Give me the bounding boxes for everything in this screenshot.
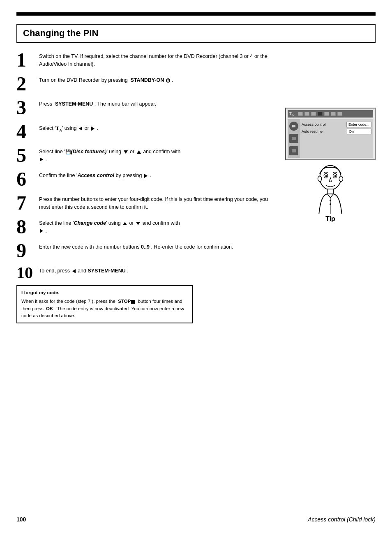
page-number: 100: [16, 516, 26, 523]
step-text-7: Press the number buttons to enter your f…: [39, 193, 277, 213]
svg-point-5: [318, 176, 322, 182]
screen-icon-6: [331, 112, 336, 116]
tip-title: I forgot my code.: [21, 289, 188, 296]
screen-value-2: On: [347, 129, 371, 134]
right-panel: TA: [285, 50, 376, 323]
tip-box: I forgot my code. When it asks for the c…: [16, 285, 193, 323]
step-text-3: Press SYSTEM-MENU . The menu bar will ap…: [39, 98, 277, 118]
step-text-5: Select line '💾(Disc features)' using or …: [39, 145, 277, 165]
arrow-down-icon2: [136, 222, 140, 225]
screen-row-1: Access control Enter code...: [302, 122, 371, 127]
screen-value-1: Enter code...: [346, 122, 371, 127]
tip-label: Tip: [325, 215, 335, 223]
step-num-2: 2: [16, 74, 39, 94]
step-8: 8 Select the line 'Change code' using or…: [16, 217, 277, 237]
arrow-left-icon2: [72, 269, 76, 273]
svg-point-10: [330, 203, 331, 205]
screen-body: Access control Enter code... Auto resume…: [288, 119, 373, 158]
arrow-down-icon: [124, 150, 128, 154]
screen-icon-7: [337, 112, 342, 116]
step-5: 5 Select line '💾(Disc features)' using o…: [16, 145, 277, 165]
arrow-up-icon: [137, 150, 141, 154]
bottom-bar: 100 Access control (Child lock): [16, 516, 376, 523]
standby-icon: [166, 78, 170, 83]
arrow-right-icon: [91, 127, 95, 131]
step-6: 6 Confirm the line 'Access control by pr…: [16, 169, 277, 189]
step-text-10: To end, press and SYSTEM-MENU .: [39, 265, 277, 281]
step-text-4: Select 'TA' using or .: [39, 122, 277, 141]
svg-point-3: [325, 175, 327, 177]
svg-point-4: [334, 175, 337, 177]
screen-label-2: Auto resume: [302, 129, 323, 134]
page-title: Changing the PIN: [23, 28, 369, 39]
tip-figure: Tip: [285, 164, 376, 223]
screen-label-1: Access control: [302, 122, 326, 127]
step-num-9: 9: [16, 241, 39, 261]
stop-icon: [131, 300, 135, 304]
screen-top-bar: TA: [288, 110, 373, 118]
step-text-1: Switch on the TV. If required, select th…: [39, 50, 277, 70]
step-4: 4 Select 'TA' using or .: [16, 122, 277, 141]
screen-left-icons: [288, 119, 300, 158]
screen-icon-1: [298, 112, 303, 116]
step-num-6: 6: [16, 169, 39, 189]
step-text-2: Turn on the DVD Recorder by pressing STA…: [39, 74, 277, 94]
arrow-right-icon2: [40, 157, 43, 161]
screen-icon-2: [304, 112, 309, 116]
step-num-4: 4: [16, 122, 39, 141]
step-num-3: 3: [16, 98, 39, 118]
svg-point-9: [330, 200, 331, 201]
screen-btn-1: [289, 122, 298, 131]
step-num-8: 8: [16, 217, 39, 237]
step-2: 2 Turn on the DVD Recorder by pressing S…: [16, 74, 277, 94]
screen-icon-4: [318, 112, 323, 116]
step-text-9: Enter the new code with the number butto…: [39, 241, 277, 261]
arrow-right-icon3: [144, 174, 148, 178]
cartoon-svg: [310, 164, 351, 214]
step-num-1: 1: [16, 50, 39, 70]
step-text-6: Confirm the line 'Access control by pres…: [39, 169, 277, 189]
arrow-left-icon: [79, 127, 82, 131]
arrow-right-icon4: [40, 229, 43, 233]
screen-btn-3: [289, 146, 298, 155]
bottom-right-text: Access control (Child lock): [308, 516, 376, 523]
step-text-8: Select the line 'Change code' using or a…: [39, 217, 277, 237]
step-1: 1 Switch on the TV. If required, select …: [16, 50, 277, 70]
step-num-7: 7: [16, 193, 39, 213]
arrow-up-icon2: [123, 222, 127, 225]
svg-point-6: [339, 176, 343, 182]
steps-area: 1 Switch on the TV. If required, select …: [16, 50, 277, 323]
screen-icon-3: [311, 112, 316, 116]
step-num-10: 10: [16, 265, 39, 281]
screen-btn-2: [289, 134, 298, 143]
screen-ta-label: TA: [289, 111, 294, 117]
screen-diagram: TA: [285, 108, 376, 160]
step-num-5: 5: [16, 145, 39, 165]
step-7: 7 Press the number buttons to enter your…: [16, 193, 277, 213]
screen-row-2: Auto resume On: [302, 129, 371, 134]
top-bar: [16, 12, 376, 16]
title-box: Changing the PIN: [16, 24, 376, 43]
step-9: 9 Enter the new code with the number but…: [16, 241, 277, 261]
tip-body: When it asks for the code (step 7 ), pre…: [21, 298, 188, 319]
screen-icon-5: [324, 112, 329, 116]
step-10: 10 To end, press and SYSTEM-MENU .: [16, 265, 277, 281]
step-3: 3 Press SYSTEM-MENU . The menu bar will …: [16, 98, 277, 118]
screen-main: Access control Enter code... Auto resume…: [300, 119, 373, 158]
